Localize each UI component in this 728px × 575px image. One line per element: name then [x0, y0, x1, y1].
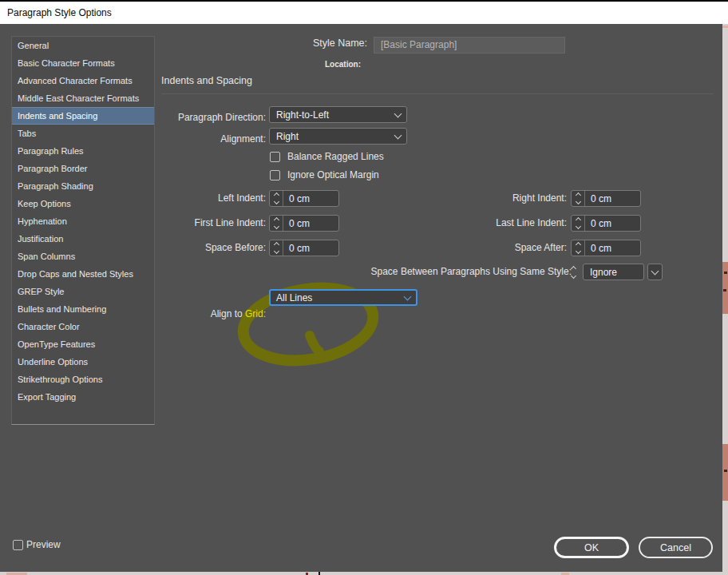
stepper-up-icon[interactable]	[575, 192, 580, 198]
paragraph-style-options-dialog: GeneralBasic Character FormatsAdvanced C…	[0, 24, 722, 572]
background-doc-fragment	[723, 289, 726, 291]
align-to-grid-label-prefix: Align to	[211, 308, 245, 319]
balance-ragged-lines-label: Balance Ragged Lines	[287, 151, 479, 162]
ignore-optical-margin-label: Ignore Optical Margin	[287, 169, 479, 180]
stepper-down-icon[interactable]	[273, 199, 279, 204]
window-titlebar: Paragraph Style Options	[0, 0, 728, 24]
stepper-up-icon[interactable]	[273, 217, 279, 223]
space-after-field[interactable]: 0 cm	[571, 240, 641, 256]
stepper-down-icon[interactable]	[575, 248, 580, 254]
preview-label: Preview	[26, 539, 106, 550]
stepper-down-icon[interactable]	[571, 273, 576, 279]
ignore-optical-margin-checkbox[interactable]	[270, 170, 280, 180]
style-name-input[interactable]: [Basic Paragraph]	[374, 37, 565, 54]
stepper[interactable]	[270, 240, 283, 256]
sidebar-item-middle-east-character-formats[interactable]: Middle East Character Formats	[12, 89, 154, 107]
sidebar-item-paragraph-border[interactable]: Paragraph Border	[12, 160, 154, 177]
left-indent-label: Left Indent:	[96, 190, 266, 207]
background-doc-fragment	[724, 470, 727, 472]
stepper-up-icon[interactable]	[273, 242, 279, 248]
right-indent-field[interactable]: 0 cm	[571, 190, 641, 207]
space-between-same-style-chevron[interactable]	[647, 264, 663, 280]
stepper[interactable]	[572, 216, 585, 231]
align-to-grid-value: All Lines	[276, 292, 312, 303]
background-doc-fragment	[724, 272, 727, 274]
background-app-bottom-strip	[0, 572, 722, 575]
stepper-down-icon[interactable]	[575, 224, 580, 229]
chevron-down-icon	[651, 268, 659, 276]
stepper-up-icon[interactable]	[571, 266, 576, 272]
chevron-down-icon	[395, 107, 401, 122]
background-doc-fragment	[722, 26, 728, 28]
right-indent-value[interactable]: 0 cm	[585, 191, 640, 206]
left-indent-field[interactable]: 0 cm	[269, 190, 339, 207]
paragraph-direction-dropdown[interactable]: Right-to-Left	[269, 106, 407, 123]
first-line-indent-field[interactable]: 0 cm	[269, 215, 339, 232]
sidebar-item-basic-character-formats[interactable]: Basic Character Formats	[12, 54, 154, 72]
paragraph-direction-value: Right-to-Left	[276, 109, 329, 121]
chevron-down-icon	[395, 129, 401, 144]
sidebar-item-advanced-character-formats[interactable]: Advanced Character Formats	[12, 72, 154, 89]
stepper-up-icon[interactable]	[273, 192, 279, 198]
align-to-grid-label: Align to Grid:	[106, 289, 266, 339]
stepper-down-icon[interactable]	[273, 224, 279, 229]
space-between-same-style-label: Space Between Paragraphs Using Same Styl…	[311, 264, 572, 280]
stepper[interactable]	[270, 191, 283, 206]
sidebar-item-strikethrough-options[interactable]: Strikethrough Options	[12, 371, 154, 388]
space-between-same-style-value: Ignore	[590, 267, 617, 278]
balance-ragged-lines-checkbox[interactable]	[270, 152, 280, 162]
space-before-field[interactable]: 0 cm	[269, 240, 339, 256]
right-indent-label: Right Indent:	[383, 190, 567, 207]
stepper[interactable]	[572, 267, 576, 278]
sidebar-item-export-tagging[interactable]: Export Tagging	[12, 388, 154, 406]
paragraph-direction-label: Paragraph Direction:	[80, 109, 266, 126]
background-doc-fragment	[318, 572, 320, 575]
chevron-down-icon	[405, 291, 410, 304]
window-title: Paragraph Style Options	[7, 2, 112, 24]
background-doc-fragment	[722, 262, 728, 314]
sidebar-item-general[interactable]: General	[12, 37, 154, 54]
section-divider	[161, 93, 714, 94]
alignment-value: Right	[276, 131, 299, 142]
space-between-same-style-dropdown[interactable]: Ignore	[583, 264, 644, 280]
last-line-indent-field[interactable]: 0 cm	[571, 215, 641, 232]
cancel-button[interactable]: Cancel	[639, 537, 713, 558]
stepper-up-icon[interactable]	[575, 242, 580, 248]
align-to-grid-label-grid: Grid:	[245, 308, 266, 319]
stepper[interactable]	[572, 240, 585, 256]
last-line-indent-label: Last Line Indent:	[383, 215, 567, 232]
preview-checkbox[interactable]	[13, 540, 23, 550]
alignment-dropdown[interactable]: Right	[269, 128, 407, 145]
left-indent-value[interactable]: 0 cm	[283, 191, 338, 206]
first-line-indent-value[interactable]: 0 cm	[283, 216, 338, 231]
sidebar-item-underline-options[interactable]: Underline Options	[12, 353, 154, 371]
section-title: Indents and Spacing	[161, 75, 401, 86]
space-before-value[interactable]: 0 cm	[283, 240, 338, 256]
space-after-value[interactable]: 0 cm	[585, 240, 640, 256]
alignment-label: Alignment:	[80, 131, 266, 148]
stepper[interactable]	[572, 191, 585, 206]
sidebar-item-drop-caps-and-nested-styles[interactable]: Drop Caps and Nested Styles	[12, 265, 154, 283]
align-to-grid-dropdown[interactable]: All Lines	[269, 289, 417, 306]
space-after-label: Space After:	[383, 240, 567, 256]
first-line-indent-label: First Line Indent:	[96, 215, 266, 232]
space-before-label: Space Before:	[96, 240, 266, 256]
stepper[interactable]	[270, 216, 283, 231]
last-line-indent-value[interactable]: 0 cm	[585, 216, 640, 231]
background-doc-fragment	[722, 444, 728, 501]
location-label: Location:	[201, 60, 361, 69]
stepper-up-icon[interactable]	[575, 217, 580, 223]
ok-button[interactable]: OK	[554, 537, 629, 558]
stepper-down-icon[interactable]	[575, 199, 580, 204]
stepper-down-icon[interactable]	[273, 248, 279, 254]
style-name-label: Style Name:	[208, 38, 367, 49]
